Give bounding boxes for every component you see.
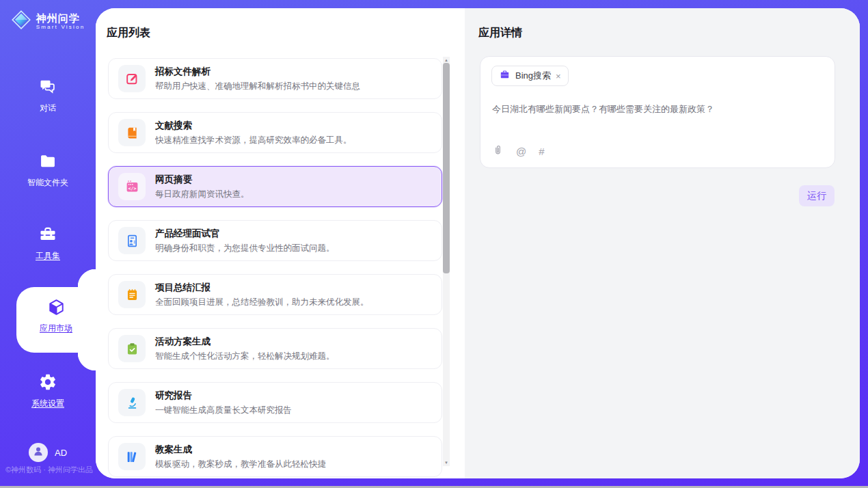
app-card[interactable]: 文献搜索快速精准查找学术资源，提高研究效率的必备工具。	[108, 112, 442, 153]
interviewer-icon	[118, 227, 146, 254]
input-toolbar: @#	[492, 144, 545, 159]
book-icon	[118, 119, 146, 146]
edit-document-icon	[118, 65, 146, 92]
toolbox-icon	[0, 225, 96, 247]
app-card-description: 快速精准查找学术资源，提高研究效率的必备工具。	[155, 135, 352, 146]
brand-name: 神州问学	[36, 12, 85, 24]
app-list-panel: 应用列表 招标文件解析帮助用户快速、准确地理解和解析招标书中的关键信息文献搜索快…	[96, 8, 465, 478]
copyright-footer: ©神州数码 · 神州问学出品	[5, 465, 93, 475]
app-card-description: 帮助用户快速、准确地理解和解析招标书中的关键信息	[155, 81, 360, 92]
app-card-name: 项目总结汇报	[155, 282, 369, 294]
webpage-icon: </>	[118, 173, 146, 200]
clipboard-check-icon	[118, 335, 146, 362]
app-logo: 神州问学 Smart Vision	[0, 10, 96, 33]
attachment-icon[interactable]	[492, 144, 504, 159]
app-card-description: 每日政府新闻资讯快查。	[155, 189, 249, 200]
sidebar-item-label: 智能文件夹	[0, 177, 96, 189]
app-card-name: 网页摘要	[155, 174, 249, 186]
report-icon	[118, 281, 146, 308]
app-card[interactable]: 活动方案生成智能生成个性化活动方案，轻松解决规划难题。	[108, 328, 442, 369]
app-card[interactable]: 教案生成模板驱动，教案秒成，教学准备从此轻松快捷	[108, 436, 442, 477]
app-card-description: 模板驱动，教案秒成，教学准备从此轻松快捷	[155, 459, 326, 470]
close-icon[interactable]: ×	[556, 72, 561, 81]
run-button[interactable]: 运行	[799, 185, 835, 206]
scrollbar-thumb[interactable]	[443, 63, 450, 273]
avatar[interactable]	[29, 443, 48, 462]
app-card-list: 招标文件解析帮助用户快速、准确地理解和解析招标书中的关键信息文献搜索快速精准查找…	[108, 58, 442, 477]
cube-icon	[16, 298, 96, 319]
app-card-name: 产品经理面试官	[155, 228, 335, 240]
app-detail-title: 应用详情	[478, 26, 522, 40]
folder-icon	[0, 152, 96, 174]
app-card[interactable]: 招标文件解析帮助用户快速、准确地理解和解析招标书中的关键信息	[108, 58, 442, 99]
sidebar-item-工具集[interactable]: 工具集	[0, 225, 96, 262]
query-input-card[interactable]: Bing搜索 × 今日湖北有哪些新闻要点？有哪些需要关注的最新政策？ @#	[480, 56, 835, 168]
app-list-title: 应用列表	[107, 26, 150, 40]
sidebar-item-智能文件夹[interactable]: 智能文件夹	[0, 152, 96, 189]
sidebar-item-label: 系统设置	[0, 398, 96, 409]
mention-icon[interactable]: @	[516, 146, 526, 157]
app-card-name: 活动方案生成	[155, 336, 335, 348]
research-icon	[118, 389, 146, 416]
hash-icon[interactable]: #	[539, 146, 544, 157]
user-initials: AD	[55, 448, 67, 458]
chat-icon	[0, 77, 96, 99]
main-content: 应用列表 招标文件解析帮助用户快速、准确地理解和解析招标书中的关键信息文献搜索快…	[96, 8, 860, 478]
app-card-name: 研究报告	[155, 390, 292, 402]
scroll-down-icon[interactable]: ▼	[443, 459, 450, 466]
gear-icon	[0, 372, 96, 394]
query-text-input[interactable]: 今日湖北有哪些新闻要点？有哪些需要关注的最新政策？	[492, 103, 824, 116]
sidebar-item-应用市场[interactable]: 应用市场	[16, 287, 96, 353]
briefcase-icon	[499, 69, 511, 83]
app-card[interactable]: 产品经理面试官明确身份和职责，为您提供专业性的面试问题。	[108, 220, 442, 261]
sidebar-item-对话[interactable]: 对话	[0, 77, 96, 114]
sidebar-item-label: 对话	[0, 103, 96, 114]
app-card-description: 明确身份和职责，为您提供专业性的面试问题。	[155, 243, 335, 254]
svg-text:</>: </>	[128, 185, 136, 191]
user-row[interactable]: AD	[0, 443, 96, 462]
app-card[interactable]: 研究报告一键智能生成高质量长文本研究报告	[108, 382, 442, 423]
app-card-name: 教案生成	[155, 444, 326, 456]
books-icon	[118, 443, 146, 470]
tool-tag-label: Bing搜索	[515, 70, 551, 82]
app-card[interactable]: 项目总结汇报全面回顾项目进展，总结经验教训，助力未来优化发展。	[108, 274, 442, 315]
app-detail-panel: 应用详情 Bing搜索 × 今日湖北有哪些新闻要点？有哪些需要关注的最新政策？ …	[465, 8, 860, 478]
brand-subtitle: Smart Vision	[36, 24, 85, 30]
sidebar-item-label: 工具集	[0, 250, 96, 262]
sidebar-item-系统设置[interactable]: 系统设置	[0, 372, 96, 409]
scrollbar[interactable]: ▲ ▼	[443, 57, 450, 466]
app-card-name: 文献搜索	[155, 120, 352, 132]
app-card-description: 一键智能生成高质量长文本研究报告	[155, 405, 292, 416]
app-card-description: 全面回顾项目进展，总结经验教训，助力未来优化发展。	[155, 297, 369, 308]
sidebar: 神州问学 Smart Vision 对话智能文件夹工具集应用市场系统设置 AD …	[0, 0, 96, 486]
app-card[interactable]: </>网页摘要每日政府新闻资讯快查。	[108, 166, 442, 207]
app-card-name: 招标文件解析	[155, 66, 360, 78]
app-card-description: 智能生成个性化活动方案，轻松解决规划难题。	[155, 351, 335, 362]
tool-tag-bing-search[interactable]: Bing搜索 ×	[491, 66, 569, 86]
user-icon	[32, 445, 44, 460]
sidebar-item-label: 应用市场	[16, 323, 96, 334]
diamond-logo-icon	[11, 10, 31, 33]
